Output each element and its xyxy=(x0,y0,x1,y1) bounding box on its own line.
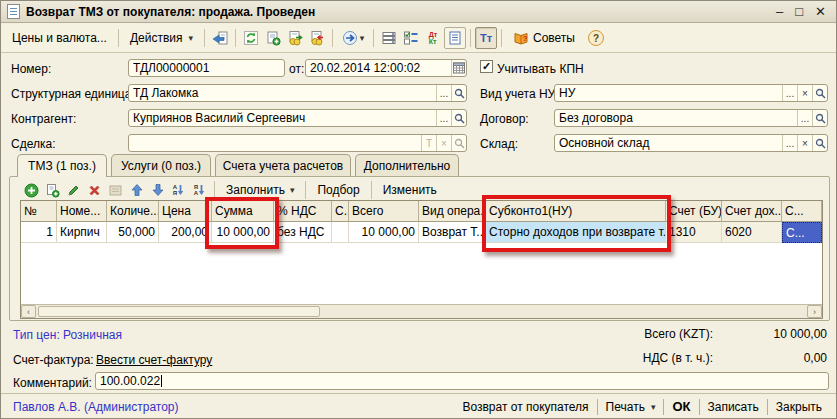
cell-operation-kind[interactable]: Возврат Т.. xyxy=(419,222,486,243)
maximize-button[interactable]: □ xyxy=(795,5,803,19)
magnifier-icon[interactable] xyxy=(812,135,827,151)
copy-row-icon[interactable] xyxy=(42,180,63,200)
scrollbar-thumb[interactable] xyxy=(38,306,320,317)
comment-field[interactable]: 100.00.022 xyxy=(95,372,829,390)
magnifier-icon[interactable] xyxy=(451,85,466,101)
dtkt-postings-icon[interactable]: ДтКт xyxy=(422,27,444,49)
cell-nomenclature[interactable]: Кирпич xyxy=(57,222,107,243)
minimize-button[interactable]: – xyxy=(776,5,783,19)
tab-services[interactable]: Услуги (0 поз.) xyxy=(111,154,211,176)
move-up-icon[interactable] xyxy=(126,180,147,200)
scroll-right-icon[interactable]: › xyxy=(807,305,822,318)
cell-income-account[interactable]: 6020 xyxy=(722,222,782,243)
column-header[interactable]: С... xyxy=(782,201,822,222)
price-type-link[interactable]: Тип цен: Розничная xyxy=(13,328,122,342)
tab-tmz[interactable]: ТМЗ (1 поз.) xyxy=(17,154,107,177)
column-header[interactable]: Вид опера.. xyxy=(419,201,486,222)
column-header[interactable]: Счет дох... xyxy=(722,201,782,222)
text-template-toggle-icon[interactable]: Тт xyxy=(475,27,497,49)
filter-settings-icon[interactable] xyxy=(400,27,422,49)
structural-unit-field[interactable]: ТД Лакомка ... xyxy=(128,84,467,102)
choose-icon[interactable]: ... xyxy=(436,85,451,101)
change-button[interactable]: Изменить xyxy=(376,181,444,199)
choose-icon[interactable]: ... xyxy=(782,135,797,151)
cell-focused[interactable]: С... xyxy=(782,222,822,243)
report-icon[interactable] xyxy=(444,27,466,49)
nu-kind-field[interactable]: НУ ... × xyxy=(554,84,828,102)
choose-icon[interactable]: ... xyxy=(436,110,451,126)
scroll-left-icon[interactable]: ‹ xyxy=(21,305,36,318)
column-header[interactable]: Субконто1(НУ) xyxy=(486,201,666,222)
structure-list-icon[interactable] xyxy=(378,27,400,49)
cell-subkonto-nu[interactable]: Сторно доходов при возврате т... xyxy=(486,222,666,243)
go-to-menu-icon[interactable]: ▾ xyxy=(337,27,369,49)
calendar-icon[interactable] xyxy=(451,60,466,76)
column-header[interactable]: Счет (БУ) xyxy=(666,201,722,222)
prices-currency-button[interactable]: Цены и валюта... xyxy=(5,27,114,49)
tab-additional[interactable]: Дополнительно xyxy=(355,154,459,176)
column-header[interactable]: Количе... xyxy=(107,201,159,222)
cell-quantity[interactable]: 50,000 xyxy=(107,222,159,243)
refresh-icon[interactable] xyxy=(240,27,262,49)
sort-descending-icon[interactable]: ЯА xyxy=(189,180,210,200)
warehouse-field[interactable]: Основной склад ... × xyxy=(554,134,828,152)
advice-button[interactable]: ? Советы xyxy=(506,26,582,50)
cell-line-number[interactable]: 1 xyxy=(21,222,57,243)
magnifier-icon[interactable] xyxy=(812,110,827,126)
magnifier-icon[interactable] xyxy=(451,135,466,151)
magnifier-icon[interactable] xyxy=(451,110,466,126)
number-field[interactable]: ТДЛ00000001 xyxy=(128,59,285,77)
help-icon[interactable]: ? xyxy=(588,30,604,46)
table-row[interactable]: 1 Кирпич 50,000 200,00 10 000,00 без НДС… xyxy=(21,222,822,243)
column-header[interactable]: № xyxy=(21,201,57,222)
column-header[interactable]: Номе... xyxy=(57,201,107,222)
separator xyxy=(371,181,372,199)
cell-price[interactable]: 200,00 xyxy=(159,222,212,243)
cell-vat-rate[interactable]: без НДС xyxy=(274,222,332,243)
tab-settlement-accounts[interactable]: Счета учета расчетов xyxy=(215,154,351,176)
contractor-field[interactable]: Куприянов Василий Сергеевич ... xyxy=(128,109,467,127)
add-row-icon[interactable] xyxy=(21,180,42,200)
magnifier-icon[interactable] xyxy=(812,85,827,101)
close-button[interactable]: ✕ xyxy=(815,5,826,19)
fill-menu-button[interactable]: Заполнить ▾ xyxy=(219,181,301,199)
dt-label: Дт xyxy=(429,31,437,38)
column-header[interactable]: Цена xyxy=(159,201,212,222)
save-button[interactable]: Записать xyxy=(700,397,767,417)
enter-invoice-link[interactable]: Ввести счет-фактуру xyxy=(96,353,212,367)
choose-icon[interactable]: ... xyxy=(797,110,812,126)
sort-ascending-icon[interactable]: АЯ xyxy=(168,180,189,200)
column-header[interactable]: Всего xyxy=(349,201,419,222)
actions-menu-button[interactable]: Действия ▾ xyxy=(123,27,200,49)
edit-row-icon[interactable] xyxy=(63,180,84,200)
cell-s[interactable] xyxy=(332,222,349,243)
print-menu-button[interactable]: Печать ▾ xyxy=(598,397,664,417)
reread-document-icon[interactable] xyxy=(209,27,231,49)
column-header[interactable]: % НДС xyxy=(274,201,332,222)
copy-document-icon[interactable] xyxy=(262,27,284,49)
return-from-buyer-button[interactable]: Возврат от покупателя xyxy=(454,397,596,417)
cell-account-bu[interactable]: 1310 xyxy=(666,222,722,243)
choose-icon[interactable]: ... xyxy=(782,85,797,101)
cell-total[interactable]: 10 000,00 xyxy=(349,222,419,243)
contract-field[interactable]: Без договора ... xyxy=(554,109,828,127)
column-header[interactable]: Сумма xyxy=(212,201,274,222)
contract-value: Без договора xyxy=(559,111,797,125)
date-field[interactable]: 20.02.2014 12:00:02 xyxy=(305,59,467,77)
clear-icon[interactable]: × xyxy=(797,135,812,151)
clear-icon[interactable]: × xyxy=(436,135,451,151)
pick-button[interactable]: Подбор xyxy=(310,181,366,199)
horizontal-scrollbar[interactable]: ‹ › xyxy=(21,304,822,318)
kpn-checkbox[interactable]: ✓ xyxy=(480,60,493,73)
clear-icon[interactable]: × xyxy=(797,85,812,101)
post-document-icon[interactable] xyxy=(284,27,306,49)
delete-row-icon[interactable] xyxy=(84,180,105,200)
cell-sum[interactable]: 10 000,00 xyxy=(212,222,274,243)
move-down-icon[interactable] xyxy=(147,180,168,200)
ok-button[interactable]: ОК xyxy=(664,396,698,417)
column-header[interactable]: С... xyxy=(332,201,349,222)
close-window-button[interactable]: Закрыть xyxy=(768,397,830,417)
unpost-document-icon[interactable] xyxy=(306,27,328,49)
type-select-icon[interactable]: T xyxy=(421,135,436,151)
deal-field[interactable]: T × xyxy=(128,134,467,152)
